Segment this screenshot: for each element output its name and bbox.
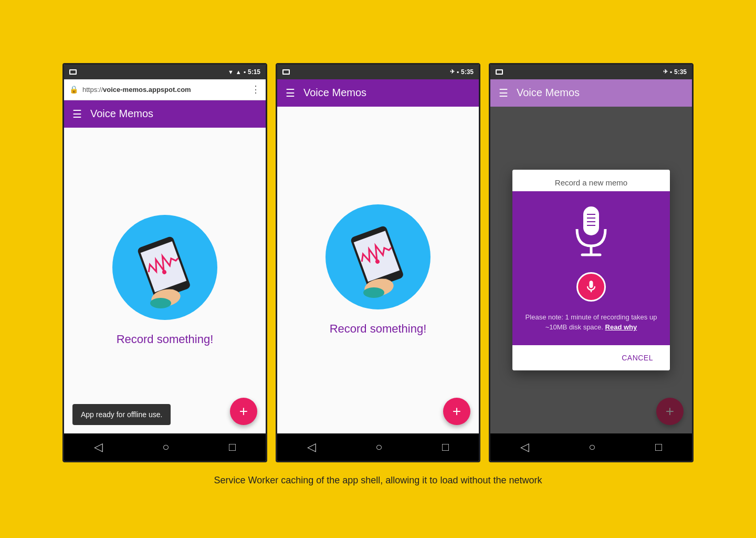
hamburger-icon-2[interactable]: ☰ [286,87,295,99]
fab-button-1[interactable]: + [230,398,257,425]
status-time-2: 5:35 [461,68,474,76]
nav-bar-1: ◁ ○ □ [64,433,266,461]
hamburger-icon-1[interactable]: ☰ [72,108,82,120]
record-text-2: Record something! [330,322,427,336]
airplane-icon-3: ✈ [663,68,668,75]
dialog-actions: CANCEL [512,345,670,370]
status-bar-3: ✈ ▪ 5:35 [490,65,692,79]
svg-rect-12 [583,206,599,235]
status-bar-2: ✈ ▪ 5:35 [277,65,479,79]
app-toolbar-2: ☰ Voice Memos [277,79,479,107]
battery-icon-3: ▪ [670,68,672,76]
status-time-1: 5:15 [248,68,260,76]
screen-icon-3 [496,69,503,75]
svg-point-11 [363,287,384,298]
url-menu-icon[interactable]: ⋮ [251,84,260,95]
home-icon-2[interactable]: ○ [375,440,382,454]
signal-icon: ▲ [236,69,242,75]
fab-button-2[interactable]: + [443,398,470,425]
dialog-title: Record a new memo [512,170,670,191]
dialog-body: Please note: 1 minute of recording takes… [512,191,670,345]
phone3-content: Record a new memo [490,107,692,433]
app-title-3: Voice Memos [517,87,580,99]
url-text: https://voice-memos.appspot.com [82,86,247,94]
illustration-2 [326,204,430,309]
dialog-note: Please note: 1 minute of recording takes… [525,312,657,333]
status-bar-1: ▼ ▲ ▪ 5:15 [64,65,266,79]
nav-bar-2: ◁ ○ □ [277,433,479,461]
dialog-overlay: Record a new memo [490,107,692,433]
cancel-button[interactable]: CANCEL [613,349,662,366]
page-caption: Service Worker caching of the app shell,… [214,475,542,486]
recent-icon-1[interactable]: □ [229,440,236,454]
back-icon-3[interactable]: ◁ [520,440,529,454]
url-bar[interactable]: 🔒 https://voice-memos.appspot.com ⋮ [64,79,266,100]
phone-1: ▼ ▲ ▪ 5:15 🔒 https://voice-memos.appspot… [62,63,267,462]
screen-icon-2 [282,69,290,75]
status-time-3: 5:35 [674,68,687,76]
recent-icon-2[interactable]: □ [442,440,449,454]
app-title-2: Voice Memos [303,87,366,99]
wifi-icon: ▼ [228,69,234,75]
record-text-1: Record something! [117,333,214,346]
battery-icon-2: ▪ [457,68,459,76]
read-why-link[interactable]: Read why [605,323,637,331]
dialog-box: Record a new memo [512,170,670,370]
mic-small-icon [584,280,598,294]
svg-point-5 [150,298,171,308]
battery-icon: ▪ [244,68,246,76]
home-icon-1[interactable]: ○ [162,440,169,454]
back-icon-1[interactable]: ◁ [94,440,103,454]
back-icon-2[interactable]: ◁ [307,440,316,454]
app-toolbar-3: ☰ Voice Memos [490,79,692,107]
nav-bar-3: ◁ ○ □ [490,433,692,461]
snackbar-1: App ready for offline use. [72,404,171,425]
app-title-1: Voice Memos [90,108,153,120]
microphone-icon [568,204,615,262]
airplane-icon: ✈ [450,68,455,75]
home-icon-3[interactable]: ○ [589,440,595,454]
phone-3: ✈ ▪ 5:35 ☰ Voice Memos Record a new memo [489,63,694,462]
screen-icon [69,69,77,75]
phone1-content: Record something! App ready for offline … [64,128,266,433]
recent-icon-3[interactable]: □ [655,440,662,454]
phone2-content: Record something! + [277,107,479,433]
app-toolbar-1: ☰ Voice Memos [64,100,266,128]
record-fab[interactable] [576,272,606,302]
lock-icon: 🔒 [69,85,78,94]
illustration-1 [112,215,217,320]
phone-2: ✈ ▪ 5:35 ☰ Voice Memos [276,63,480,462]
phones-container: ▼ ▲ ▪ 5:15 🔒 https://voice-memos.appspot… [58,63,698,462]
hamburger-icon-3[interactable]: ☰ [499,87,508,99]
